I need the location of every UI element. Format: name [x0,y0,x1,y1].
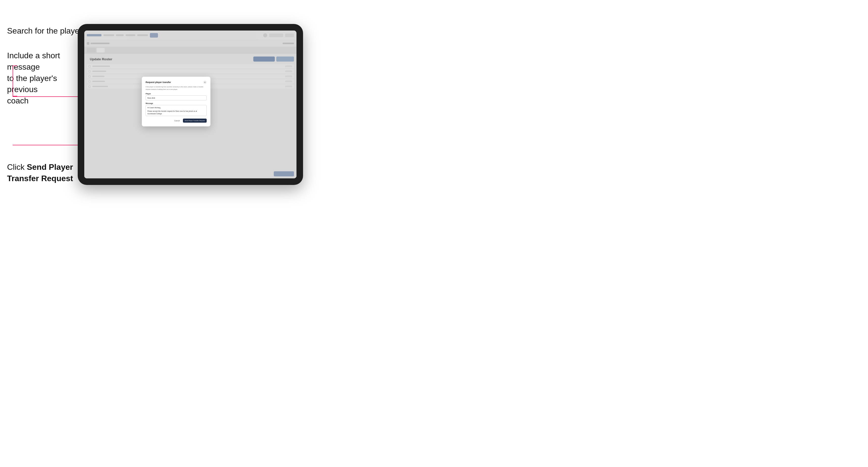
message-textarea[interactable]: Hi Coach McHarg, Please accept this tran… [146,105,207,116]
message-text-line1: Hi Coach McHarg, [147,106,205,109]
modal-close-button[interactable]: × [203,81,207,84]
modal-footer: Cancel Send Player Transfer Request [146,119,207,123]
player-input-value: Rees Britt [147,97,155,99]
message-field-label: Message [146,102,207,104]
send-transfer-request-button[interactable]: Send Player Transfer Request [183,119,207,123]
player-input[interactable]: Rees Britt [146,95,207,100]
tablet-screen: Update Roster [84,31,297,178]
modal-description: If the player is transferring from anoth… [146,86,207,91]
modal-header: Request player transfer × [146,81,207,84]
arrow-bracket-vertical [12,66,13,96]
cancel-button[interactable]: Cancel [173,119,181,123]
modal-title: Request player transfer [146,81,171,84]
annotation-message: Include a short messageto the player's p… [7,50,76,106]
annotation-click: Click Send Player Transfer Request [7,161,80,184]
annotation-search: Search for the player. [7,25,84,37]
message-text-line2: Please accept this transfer request for … [147,110,205,115]
modal-dialog: Request player transfer × If the player … [142,77,211,126]
arrow-bracket-top-bar [12,66,17,66]
tablet-device: Update Roster [78,24,303,185]
player-field-label: Player [146,93,207,95]
